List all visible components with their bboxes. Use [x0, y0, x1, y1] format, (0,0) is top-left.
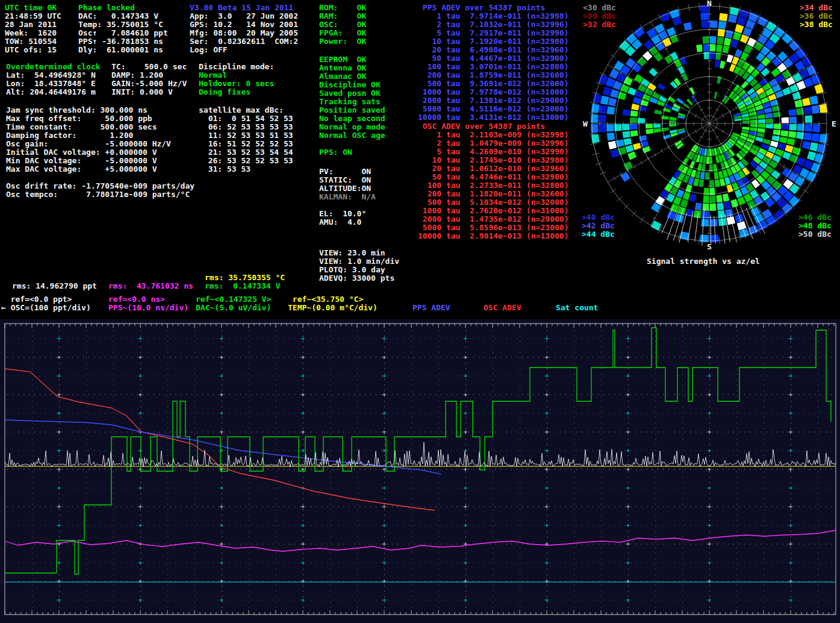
health-lines: ROM: OK RAM: OK OSC: OK FPGA: OK Power: … [319, 4, 366, 46]
utc-status-lines: 21:48:59 UTC 28 Jan 2011 Week: 1620 TOW:… [5, 12, 61, 54]
loop-lines: TC: 500.0 sec DAMP: 1.200 GAIN:-5.000 Hz… [111, 63, 187, 96]
mask-lines: EL: 10.0° AMU: 4.0 [319, 210, 366, 227]
osc-adev-table: 1 tau 2.1103e-009 (n=32998) 2 tau 1.0479… [418, 131, 568, 240]
rms-pps: rms: 43.761032 ns [108, 282, 193, 290]
clock-header: Overdetermined clock [6, 63, 101, 71]
compass-n-label: N [707, 0, 712, 8]
rms-dac: rms: 0.147334 V [205, 282, 280, 290]
discipline-header: Discipline mode: [199, 63, 274, 71]
clock-lines: Lat: 54.4964928° N Lon: 18.4337848° E Al… [6, 71, 96, 96]
receiver-status-lines: EEPROM OK Antenna OK Almanac OK Discipli… [319, 55, 385, 140]
legend-sat-count: Sat count [556, 304, 598, 312]
view-settings: VIEW: 23.0 min VIEW: 1.0 min/div PLOTQ: … [319, 249, 399, 283]
signal-strength-polar-plot: NEWS [581, 0, 840, 254]
utc-status-header: UTC time OK [5, 4, 57, 12]
compass-e-label: E [832, 119, 836, 128]
osc-adev-header: OSC ADEV over 54387 points [418, 122, 545, 131]
phase-lines: DAC: 0.147343 V Temp: 35.750015 °C Osc↑ … [78, 12, 168, 54]
phase-header: Phase locked [78, 4, 135, 12]
version-header: V3.00 Beta 15 Jan 2011 [190, 4, 293, 12]
ref-temp-scale: ref~<35.750 °C> TEMP~(0.00 m°C/div) [288, 295, 378, 312]
version-lines: App: 3.0 27 Jun 2002 GPS: 10.2 14 Nov 20… [190, 12, 298, 54]
lady-heather-screen: UTC time OK 21:48:59 UTC 28 Jan 2011 Wee… [0, 0, 840, 623]
osc-drift-lines: Osc drift rate: -1.770540e-009 parts/day… [6, 182, 194, 199]
pps-state: PPS: ON [319, 148, 352, 157]
ref-osc-scale: ref=<0.0 ppt> ← OSC=(100 ppt/div) [1, 295, 91, 312]
pps-adev-header: PPS ADEV over 54387 points [418, 4, 545, 12]
kalman-flag: KALMAN: N/A [319, 193, 376, 201]
sat-dbc-lines: 01: 0 51 54 52 53 06: 52 53 53 53 53 11:… [199, 114, 293, 174]
rms-temp: rms: 35.750355 °C [205, 274, 285, 282]
ref-dac-scale: ref~<0.147325 V> DAC~(5.0 uV/div) [196, 295, 271, 312]
discipline-lines: Normal Holdover: 0 secs Doing fixes [199, 71, 274, 96]
strip-chart [0, 319, 840, 623]
fix-flags: PV: ON STATIC: ON ALTITUDE:ON [319, 167, 371, 193]
compass-s-label: S [707, 242, 712, 251]
pps-adev-table: 1 tau 7.9714e-011 (n=32998) 2 tau 7.1032… [418, 12, 568, 122]
ref-pps-scale: ref=<0.0 ns> PPS~(10.0 ns/div) [108, 295, 188, 312]
polar-caption: Signal strength vs az/el [647, 257, 760, 266]
compass-w-label: W [583, 119, 588, 128]
rms-osc: rms: 14.962790 ppt [12, 282, 97, 290]
legend-pps-adev: PPS ADEV [412, 304, 450, 312]
jam-sync-lines: Jam sync threshold: 300.000 ns Max freq … [6, 106, 171, 174]
legend-osc-adev: OSC ADEV [484, 304, 521, 312]
sat-dbc-header: satellite max dBc: [199, 106, 284, 114]
